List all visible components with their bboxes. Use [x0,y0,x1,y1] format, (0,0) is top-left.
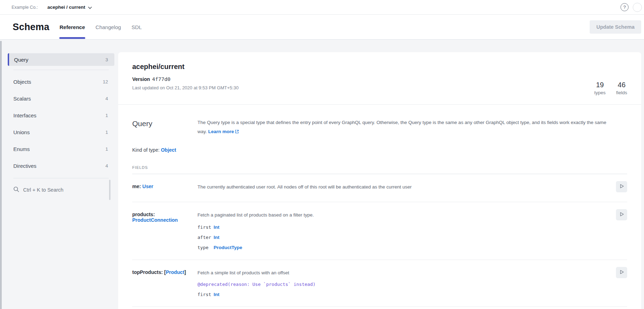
stat-types: 19 types [594,81,605,95]
fields-section-label: FIELDS [132,165,627,170]
avatar[interactable] [633,3,642,12]
graph-title: acephei/current [132,63,239,71]
arg-row: first Int [197,292,613,297]
version-row: Version4f77d0 [132,76,239,82]
sidebar-item-query[interactable]: Query 3 [8,53,114,66]
sidebar-item-objects[interactable]: Objects 12 [8,73,114,90]
sidebar-item-label: Scalars [13,96,31,102]
type-name: Query [132,119,197,137]
help-button[interactable]: ? [620,3,629,11]
collapsed-left-rail[interactable] [0,41,2,309]
field-type-bracket: ] [185,269,186,275]
top-bar: Example Co.: acephei / current ? [0,0,644,15]
field-args: first Int [197,292,613,297]
stat-label: fields [616,90,627,95]
arg-name: after [197,235,214,240]
external-link-icon [235,128,239,137]
stat-label: types [594,90,605,95]
field-name-text: topProducts: [132,269,163,275]
search-trigger[interactable]: Ctrl + K to Search [8,181,114,198]
arg-type-link[interactable]: Int [214,225,220,230]
search-hint: Ctrl + K to Search [23,187,63,193]
sidebar-item-unions[interactable]: Unions 1 [8,124,114,140]
sidebar-item-count: 1 [105,130,108,135]
field-type-link[interactable]: Product [166,269,185,275]
arg-row: type ProductType [197,245,613,250]
arg-type-link[interactable]: ProductType [214,245,242,250]
sidebar-item-label: Interfaces [13,112,36,118]
tab-reference[interactable]: Reference [60,15,85,39]
sidebar-item-count: 3 [105,57,108,62]
arg-type-link[interactable]: Int [214,292,220,297]
field-row-products: products: ProductConnection Fetch a pagi… [132,202,627,260]
sidebar-item-interfaces[interactable]: Interfaces 1 [8,107,114,124]
run-query-button[interactable] [616,209,627,220]
page-header: Schema Reference Changelog SDL Update Sc… [0,15,644,40]
graph-selector-label: acephei / current [47,5,85,10]
sidebar-scrollbar[interactable] [109,180,110,200]
field-row-topproducts: topProducts: [Product] Fetch a simple li… [132,260,627,307]
play-icon [619,211,625,218]
chevron-down-icon [88,4,92,11]
stat-fields: 46 fields [616,81,627,95]
schema-nav-sidebar: Query 3 Objects 12 Scalars 4 Interfaces … [8,53,114,198]
field-description: The currently authenticated user root. A… [197,184,613,192]
field-name: products: ProductConnection [132,212,197,250]
stat-value: 19 [594,81,605,89]
sidebar-item-scalars[interactable]: Scalars 4 [8,90,114,107]
sidebar-item-count: 1 [105,113,108,118]
last-updated: Last updated on Oct 21, 2020 at 9:53 PM … [132,85,239,90]
type-description-text: The Query type is a special type that de… [197,120,606,134]
field-name-text: products: [132,212,155,217]
page-title: Schema [13,22,49,33]
sidebar-item-label: Unions [13,129,30,135]
sidebar-item-label: Directives [13,163,36,169]
run-query-button[interactable] [616,267,627,278]
schema-stats: 19 types 46 fields [594,63,627,95]
arg-row: first Int [197,225,613,230]
play-icon [619,269,625,276]
field-name: topProducts: [Product] [132,269,197,297]
sidebar-item-label: Enums [13,146,30,152]
version-value: 4f77d0 [152,76,170,82]
graph-selector[interactable]: acephei / current [47,4,92,11]
field-description: Fetch a simple list of products with an … [197,269,613,276]
org-label: Example Co.: [12,5,38,10]
tab-bar: Reference Changelog SDL [60,15,142,39]
type-description: The Query type is a special type that de… [197,118,627,137]
field-args: first Int after Int type ProductType [197,225,613,250]
arg-type-link[interactable]: Int [214,235,220,240]
sidebar-item-count: 12 [103,79,108,84]
field-type-link[interactable]: User [142,184,153,189]
update-schema-button[interactable]: Update Schema [590,20,641,34]
sidebar-item-label: Query [14,57,28,63]
field-name-text: me: [132,184,141,189]
arg-row: after Int [197,235,613,240]
sidebar-divider [13,178,109,178]
run-query-button[interactable] [616,181,627,192]
sidebar-item-count: 4 [105,96,108,101]
learn-more-link[interactable]: Learn more [208,129,234,134]
sidebar-item-directives[interactable]: Directives 4 [8,157,114,174]
field-name: me: User [132,184,197,192]
schema-card: acephei/current Version4f77d0 Last updat… [118,52,641,309]
sidebar-item-count: 1 [105,146,108,152]
sidebar-item-count: 4 [105,163,108,169]
field-type-link[interactable]: ProductConnection [132,217,178,223]
sidebar-divider [13,70,109,70]
field-description: Fetch a paginated list of products based… [197,212,613,219]
play-icon [619,183,625,190]
arg-name: first [197,292,214,297]
kind-value-link[interactable]: Object [161,147,176,153]
field-row-me: me: User The currently authenticated use… [132,174,627,202]
sidebar-item-enums[interactable]: Enums 1 [8,140,114,157]
arg-name: type [197,245,214,250]
kind-of-type-row: Kind of type: Object [132,147,627,153]
question-mark-icon: ? [623,5,626,10]
search-icon [13,186,19,194]
tab-sdl[interactable]: SDL [132,15,142,39]
stat-value: 46 [616,81,627,89]
tab-changelog[interactable]: Changelog [95,15,121,39]
sidebar-item-label: Objects [13,79,31,85]
arg-name: first [197,225,214,230]
